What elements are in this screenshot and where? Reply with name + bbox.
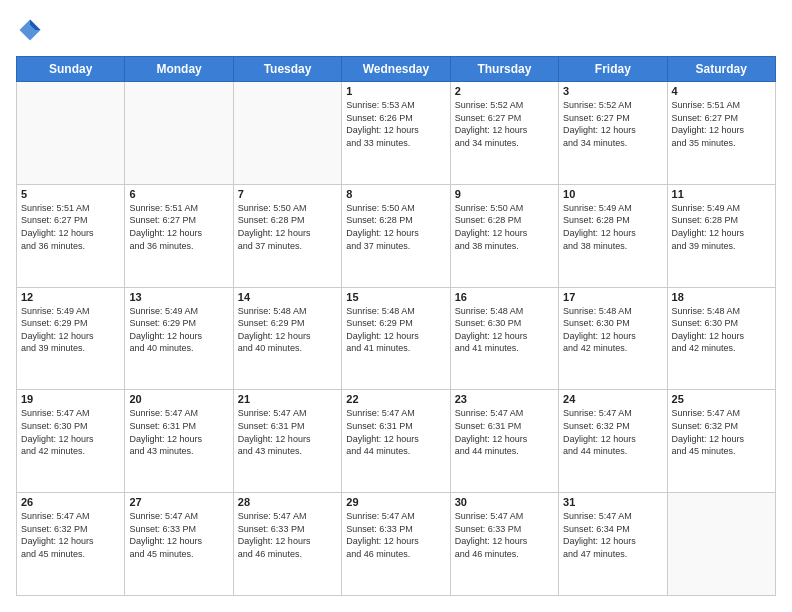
- day-number: 4: [672, 85, 771, 97]
- calendar-cell: [17, 82, 125, 185]
- calendar-cell: 22Sunrise: 5:47 AM Sunset: 6:31 PM Dayli…: [342, 390, 450, 493]
- day-number: 17: [563, 291, 662, 303]
- calendar-cell: 3Sunrise: 5:52 AM Sunset: 6:27 PM Daylig…: [559, 82, 667, 185]
- calendar-cell: 28Sunrise: 5:47 AM Sunset: 6:33 PM Dayli…: [233, 493, 341, 596]
- day-info: Sunrise: 5:49 AM Sunset: 6:28 PM Dayligh…: [563, 202, 662, 252]
- day-number: 25: [672, 393, 771, 405]
- day-number: 28: [238, 496, 337, 508]
- day-number: 8: [346, 188, 445, 200]
- day-info: Sunrise: 5:47 AM Sunset: 6:32 PM Dayligh…: [21, 510, 120, 560]
- day-number: 24: [563, 393, 662, 405]
- calendar-cell: 25Sunrise: 5:47 AM Sunset: 6:32 PM Dayli…: [667, 390, 775, 493]
- day-info: Sunrise: 5:51 AM Sunset: 6:27 PM Dayligh…: [672, 99, 771, 149]
- calendar-cell: 15Sunrise: 5:48 AM Sunset: 6:29 PM Dayli…: [342, 287, 450, 390]
- calendar-cell: 31Sunrise: 5:47 AM Sunset: 6:34 PM Dayli…: [559, 493, 667, 596]
- day-info: Sunrise: 5:51 AM Sunset: 6:27 PM Dayligh…: [129, 202, 228, 252]
- day-number: 1: [346, 85, 445, 97]
- calendar-day-header: Friday: [559, 57, 667, 82]
- day-number: 12: [21, 291, 120, 303]
- calendar-cell: 20Sunrise: 5:47 AM Sunset: 6:31 PM Dayli…: [125, 390, 233, 493]
- day-info: Sunrise: 5:48 AM Sunset: 6:29 PM Dayligh…: [346, 305, 445, 355]
- calendar-cell: 17Sunrise: 5:48 AM Sunset: 6:30 PM Dayli…: [559, 287, 667, 390]
- day-number: 19: [21, 393, 120, 405]
- day-info: Sunrise: 5:47 AM Sunset: 6:34 PM Dayligh…: [563, 510, 662, 560]
- calendar-day-header: Thursday: [450, 57, 558, 82]
- day-number: 21: [238, 393, 337, 405]
- day-number: 23: [455, 393, 554, 405]
- day-info: Sunrise: 5:47 AM Sunset: 6:31 PM Dayligh…: [346, 407, 445, 457]
- calendar-cell: 30Sunrise: 5:47 AM Sunset: 6:33 PM Dayli…: [450, 493, 558, 596]
- day-info: Sunrise: 5:49 AM Sunset: 6:29 PM Dayligh…: [21, 305, 120, 355]
- calendar-cell: 26Sunrise: 5:47 AM Sunset: 6:32 PM Dayli…: [17, 493, 125, 596]
- day-number: 14: [238, 291, 337, 303]
- day-info: Sunrise: 5:49 AM Sunset: 6:28 PM Dayligh…: [672, 202, 771, 252]
- day-number: 31: [563, 496, 662, 508]
- day-number: 18: [672, 291, 771, 303]
- day-info: Sunrise: 5:48 AM Sunset: 6:29 PM Dayligh…: [238, 305, 337, 355]
- day-number: 7: [238, 188, 337, 200]
- day-info: Sunrise: 5:53 AM Sunset: 6:26 PM Dayligh…: [346, 99, 445, 149]
- day-number: 13: [129, 291, 228, 303]
- day-info: Sunrise: 5:47 AM Sunset: 6:31 PM Dayligh…: [129, 407, 228, 457]
- calendar-cell: 18Sunrise: 5:48 AM Sunset: 6:30 PM Dayli…: [667, 287, 775, 390]
- day-number: 15: [346, 291, 445, 303]
- calendar-week-row: 19Sunrise: 5:47 AM Sunset: 6:30 PM Dayli…: [17, 390, 776, 493]
- header: [16, 16, 776, 44]
- calendar-cell: 1Sunrise: 5:53 AM Sunset: 6:26 PM Daylig…: [342, 82, 450, 185]
- day-info: Sunrise: 5:47 AM Sunset: 6:33 PM Dayligh…: [455, 510, 554, 560]
- calendar-day-header: Sunday: [17, 57, 125, 82]
- day-number: 10: [563, 188, 662, 200]
- calendar-cell: [125, 82, 233, 185]
- calendar-week-row: 1Sunrise: 5:53 AM Sunset: 6:26 PM Daylig…: [17, 82, 776, 185]
- day-number: 6: [129, 188, 228, 200]
- calendar-cell: 19Sunrise: 5:47 AM Sunset: 6:30 PM Dayli…: [17, 390, 125, 493]
- calendar-day-header: Wednesday: [342, 57, 450, 82]
- calendar-week-row: 5Sunrise: 5:51 AM Sunset: 6:27 PM Daylig…: [17, 184, 776, 287]
- day-number: 22: [346, 393, 445, 405]
- day-number: 5: [21, 188, 120, 200]
- day-info: Sunrise: 5:47 AM Sunset: 6:33 PM Dayligh…: [346, 510, 445, 560]
- day-info: Sunrise: 5:52 AM Sunset: 6:27 PM Dayligh…: [455, 99, 554, 149]
- day-number: 9: [455, 188, 554, 200]
- day-info: Sunrise: 5:50 AM Sunset: 6:28 PM Dayligh…: [346, 202, 445, 252]
- calendar-cell: 23Sunrise: 5:47 AM Sunset: 6:31 PM Dayli…: [450, 390, 558, 493]
- calendar-week-row: 12Sunrise: 5:49 AM Sunset: 6:29 PM Dayli…: [17, 287, 776, 390]
- day-info: Sunrise: 5:47 AM Sunset: 6:31 PM Dayligh…: [455, 407, 554, 457]
- calendar-cell: 7Sunrise: 5:50 AM Sunset: 6:28 PM Daylig…: [233, 184, 341, 287]
- day-number: 30: [455, 496, 554, 508]
- day-info: Sunrise: 5:47 AM Sunset: 6:32 PM Dayligh…: [672, 407, 771, 457]
- calendar-cell: 5Sunrise: 5:51 AM Sunset: 6:27 PM Daylig…: [17, 184, 125, 287]
- calendar-cell: 4Sunrise: 5:51 AM Sunset: 6:27 PM Daylig…: [667, 82, 775, 185]
- calendar-cell: [233, 82, 341, 185]
- day-info: Sunrise: 5:47 AM Sunset: 6:33 PM Dayligh…: [238, 510, 337, 560]
- logo-icon: [16, 16, 44, 44]
- calendar-cell: 10Sunrise: 5:49 AM Sunset: 6:28 PM Dayli…: [559, 184, 667, 287]
- day-info: Sunrise: 5:50 AM Sunset: 6:28 PM Dayligh…: [455, 202, 554, 252]
- day-number: 29: [346, 496, 445, 508]
- day-number: 11: [672, 188, 771, 200]
- logo: [16, 16, 48, 44]
- calendar-cell: 11Sunrise: 5:49 AM Sunset: 6:28 PM Dayli…: [667, 184, 775, 287]
- day-info: Sunrise: 5:52 AM Sunset: 6:27 PM Dayligh…: [563, 99, 662, 149]
- calendar-cell: 6Sunrise: 5:51 AM Sunset: 6:27 PM Daylig…: [125, 184, 233, 287]
- day-info: Sunrise: 5:48 AM Sunset: 6:30 PM Dayligh…: [563, 305, 662, 355]
- day-info: Sunrise: 5:47 AM Sunset: 6:33 PM Dayligh…: [129, 510, 228, 560]
- calendar-cell: 27Sunrise: 5:47 AM Sunset: 6:33 PM Dayli…: [125, 493, 233, 596]
- calendar-cell: 16Sunrise: 5:48 AM Sunset: 6:30 PM Dayli…: [450, 287, 558, 390]
- day-number: 27: [129, 496, 228, 508]
- calendar-cell: 14Sunrise: 5:48 AM Sunset: 6:29 PM Dayli…: [233, 287, 341, 390]
- calendar-table: SundayMondayTuesdayWednesdayThursdayFrid…: [16, 56, 776, 596]
- calendar-header-row: SundayMondayTuesdayWednesdayThursdayFrid…: [17, 57, 776, 82]
- calendar-cell: 8Sunrise: 5:50 AM Sunset: 6:28 PM Daylig…: [342, 184, 450, 287]
- calendar-cell: 2Sunrise: 5:52 AM Sunset: 6:27 PM Daylig…: [450, 82, 558, 185]
- day-info: Sunrise: 5:51 AM Sunset: 6:27 PM Dayligh…: [21, 202, 120, 252]
- calendar-day-header: Saturday: [667, 57, 775, 82]
- day-number: 2: [455, 85, 554, 97]
- day-number: 20: [129, 393, 228, 405]
- day-info: Sunrise: 5:49 AM Sunset: 6:29 PM Dayligh…: [129, 305, 228, 355]
- calendar-day-header: Tuesday: [233, 57, 341, 82]
- calendar-cell: [667, 493, 775, 596]
- calendar-cell: 24Sunrise: 5:47 AM Sunset: 6:32 PM Dayli…: [559, 390, 667, 493]
- calendar-cell: 12Sunrise: 5:49 AM Sunset: 6:29 PM Dayli…: [17, 287, 125, 390]
- day-number: 3: [563, 85, 662, 97]
